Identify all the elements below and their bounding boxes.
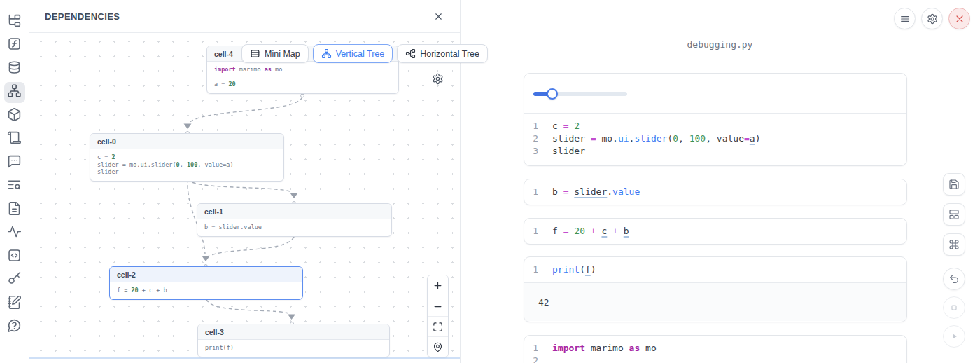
line-number: 1 (524, 342, 545, 355)
dependencies-panel-title: DEPENDENCIES (45, 11, 120, 22)
slider-track[interactable] (533, 92, 627, 96)
notebook-filename: debugging.py (460, 39, 980, 50)
graph-node-title: cell-3 (198, 324, 389, 340)
line-number: 1 (524, 263, 545, 276)
key-icon (7, 271, 22, 289)
cell-code-editor[interactable]: 1f = 20 + c + b (524, 219, 906, 244)
horizontal-tree-button[interactable]: Horizontal Tree (397, 44, 488, 63)
notebook-cell-cell-1: 1b = slider.value (524, 179, 907, 205)
graph-settings-button[interactable] (429, 70, 446, 87)
rail-item-help[interactable] (4, 317, 25, 338)
save-button[interactable] (943, 173, 965, 196)
zoom-out-button[interactable] (428, 296, 448, 316)
close-x-icon (954, 13, 965, 25)
fit-view-button[interactable] (428, 316, 448, 336)
layout-button[interactable] (943, 203, 965, 226)
play-icon (948, 331, 960, 342)
rail-item-snippets[interactable] (4, 246, 25, 267)
menu-button[interactable] (894, 8, 916, 29)
rail-item-secrets[interactable] (4, 270, 25, 291)
graph-node-code: import marimo as moa = 20 (207, 62, 398, 93)
dependencies-panel-header: DEPENDENCIES (29, 0, 460, 33)
command-icon (948, 239, 960, 250)
undo-icon (948, 273, 960, 285)
box-icon (7, 107, 22, 125)
zoom-in-button[interactable] (428, 275, 448, 296)
button-label: Horizontal Tree (420, 49, 479, 59)
cell-code-editor[interactable]: 1c = 22slider = mo.ui.slider(0, 100, val… (524, 114, 906, 164)
stop-icon (948, 302, 960, 313)
graph-node-cell-2[interactable]: cell-2f = 20 + c + b (109, 266, 303, 300)
rail-item-errors[interactable] (4, 176, 25, 197)
graph-node-cell-1[interactable]: cell-1b = slider.value (197, 203, 392, 237)
message-dots-icon (7, 154, 22, 172)
square-function-icon (7, 36, 22, 54)
rail-item-scratchpad[interactable] (4, 293, 25, 314)
close-panel-button[interactable] (430, 8, 446, 24)
rows-icon (250, 48, 260, 59)
code-line: 2 (524, 355, 906, 363)
code-line: 1import marimo as mo (524, 342, 906, 355)
minus-icon (433, 301, 443, 312)
cell-code-editor[interactable]: 1b = slider.value (524, 179, 906, 205)
keyboard-shortcuts-button[interactable] (943, 233, 965, 256)
rail-item-logs[interactable] (4, 129, 25, 150)
graph-node-cell-3[interactable]: cell-3print(f) (197, 324, 390, 357)
line-number: 1 (524, 225, 545, 238)
rail-item-tracing[interactable] (4, 223, 25, 244)
maximize-icon (433, 322, 443, 332)
file-text-icon (7, 201, 22, 219)
graph-node-title: cell-1 (197, 204, 391, 219)
notebook-pen-icon (7, 295, 22, 313)
file-tree-icon (7, 13, 22, 31)
rail-item-variables[interactable] (4, 35, 25, 56)
rail-item-file-explorer[interactable] (4, 11, 25, 32)
rail-item-documentation[interactable] (4, 199, 25, 220)
tree-vertical-icon (321, 48, 332, 59)
code-line: 1print(f) (524, 263, 906, 276)
cell-code-editor[interactable]: 1print(f) (524, 257, 906, 282)
list-search-icon (7, 177, 22, 195)
line-number: 3 (524, 145, 545, 158)
shutdown-button[interactable] (948, 8, 970, 29)
graph-node-code: f = 20 + c + b (110, 282, 302, 299)
line-number: 2 (524, 355, 545, 363)
run-button[interactable] (943, 325, 965, 348)
cell-code-editor[interactable]: 1import marimo as mo2 (524, 336, 906, 363)
locate-button[interactable] (428, 336, 448, 357)
vertical-tree-button[interactable]: Vertical Tree (313, 44, 393, 63)
graph-node-code: c = 2slider = mo.ui.slider(0, 100, value… (90, 149, 284, 181)
graph-node-code: b = slider.value (197, 219, 391, 236)
notebook-cell-cell-4: 1import marimo as mo2 (524, 335, 907, 363)
cell-output-text: 42 (524, 282, 906, 321)
marimo-app: DEPENDENCIES cell-4import marimo as moa … (0, 0, 980, 363)
scroll-icon (7, 130, 22, 148)
rail-item-packages[interactable] (4, 105, 25, 126)
code-box-icon (7, 248, 22, 266)
database-icon (7, 60, 22, 78)
button-label: Mini Map (265, 49, 300, 59)
rail-item-dependencies[interactable] (4, 82, 25, 103)
helper-icon-rail (0, 0, 29, 363)
graph-node-cell-0[interactable]: cell-0c = 2slider = mo.ui.slider(0, 100,… (90, 133, 284, 182)
rail-item-chat[interactable] (4, 152, 25, 173)
graph-node-title: cell-0 (90, 134, 284, 149)
map-pin-icon (433, 342, 443, 352)
notebook-cell-cell-2: 1f = 20 + c + b (524, 218, 907, 245)
stop-button[interactable] (943, 296, 965, 319)
code-line: 1f = 20 + c + b (524, 225, 906, 238)
mini-map-button[interactable]: Mini Map (241, 44, 309, 63)
line-number: 1 (524, 120, 545, 132)
code-line: 1c = 2 (524, 120, 906, 132)
settings-button[interactable] (921, 8, 943, 29)
plus-icon (433, 280, 443, 291)
layout-icon (948, 209, 960, 220)
slider-thumb[interactable] (547, 88, 558, 100)
graph-zoom-controls (427, 275, 449, 357)
line-number: 1 (524, 186, 545, 198)
rail-item-data-sources[interactable] (4, 58, 25, 79)
code-line: 3slider (524, 145, 906, 158)
undo-button[interactable] (943, 268, 965, 290)
graph-view-toolbar: Mini MapVertical TreeHorizontal Tree (241, 44, 488, 63)
cell-output-area (524, 74, 906, 114)
